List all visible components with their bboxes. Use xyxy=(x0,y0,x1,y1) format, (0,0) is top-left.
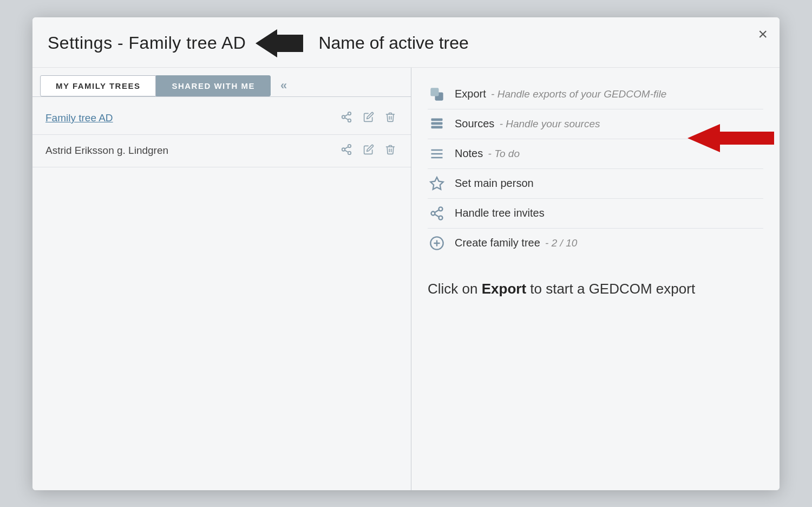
menu-desc: - To do xyxy=(485,148,520,159)
menu-list: Export - Handle exports of your GEDCOM-f… xyxy=(428,80,763,258)
svg-marker-0 xyxy=(256,29,303,57)
svg-rect-13 xyxy=(430,88,438,96)
svg-line-24 xyxy=(435,214,439,217)
svg-line-10 xyxy=(345,146,348,148)
menu-item-copy[interactable]: Export - Handle exports of your GEDCOM-f… xyxy=(428,80,763,109)
tree-item-actions xyxy=(338,110,398,127)
left-panel: MY FAMILY TREES SHARED WITH ME « Family … xyxy=(32,68,411,490)
notes-icon xyxy=(428,146,446,161)
right-panel: Export - Handle exports of your GEDCOM-f… xyxy=(411,68,780,490)
dialog-body: MY FAMILY TREES SHARED WITH ME « Family … xyxy=(32,68,780,490)
menu-label: Sources xyxy=(455,118,494,129)
svg-line-5 xyxy=(345,114,348,116)
menu-item-plus-circle[interactable]: Create family tree - 2 / 10 xyxy=(428,229,763,258)
menu-label: Create family tree xyxy=(455,237,540,249)
info-text-bold: Export xyxy=(482,281,526,297)
tree-list: Family tree ADAstrid Eriksson g. Lindgre… xyxy=(32,97,411,490)
info-text-pre: Click on xyxy=(428,281,482,297)
share-tree-button[interactable] xyxy=(338,142,355,159)
active-tree-label: Name of active tree xyxy=(318,33,468,53)
menu-item-label: Set main person xyxy=(455,177,534,190)
svg-line-4 xyxy=(345,118,348,120)
share-tree-button[interactable] xyxy=(338,110,355,127)
plus-circle-icon xyxy=(428,236,446,251)
delete-tree-button[interactable] xyxy=(383,110,398,126)
menu-item-star[interactable]: Set main person xyxy=(428,169,763,199)
svg-rect-16 xyxy=(431,126,443,128)
menu-label: Set main person xyxy=(455,177,534,189)
settings-dialog: Settings - Family tree AD Name of active… xyxy=(32,17,780,490)
svg-marker-20 xyxy=(430,177,443,189)
tree-item-actions xyxy=(338,142,398,159)
menu-item-label: Notes - To do xyxy=(455,147,520,160)
sources-icon xyxy=(428,116,446,132)
collapse-button[interactable]: « xyxy=(276,75,291,96)
svg-rect-15 xyxy=(431,122,443,125)
menu-item-label: Create family tree - 2 / 10 xyxy=(455,237,577,249)
menu-desc: - Handle your sources xyxy=(496,118,600,129)
info-text: Click on Export to start a GEDCOM export xyxy=(428,278,763,300)
edit-tree-button[interactable] xyxy=(361,143,376,159)
svg-rect-14 xyxy=(431,118,443,121)
menu-desc: - Handle exports of your GEDCOM-file xyxy=(488,88,666,100)
share-icon xyxy=(428,206,446,221)
tree-item: Family tree AD xyxy=(32,102,411,135)
menu-item-notes[interactable]: Notes - To do xyxy=(428,139,763,169)
close-button[interactable]: × xyxy=(758,26,768,42)
delete-tree-button[interactable] xyxy=(383,143,398,159)
tab-my-family-trees[interactable]: MY FAMILY TREES xyxy=(40,75,156,96)
edit-tree-button[interactable] xyxy=(361,110,376,126)
menu-item-label: Handle tree invites xyxy=(455,207,545,219)
menu-item-share[interactable]: Handle tree invites xyxy=(428,199,763,229)
dialog-header: Settings - Family tree AD Name of active… xyxy=(32,17,780,68)
tree-item-name: Astrid Eriksson g. Lindgren xyxy=(45,145,333,157)
menu-label: Notes xyxy=(455,147,483,159)
tab-shared-with-me[interactable]: SHARED WITH ME xyxy=(156,75,271,96)
menu-item-label: Export - Handle exports of your GEDCOM-f… xyxy=(455,88,666,100)
star-icon xyxy=(428,176,446,191)
dialog-title: Settings - Family tree AD xyxy=(48,29,303,57)
tree-item: Astrid Eriksson g. Lindgren xyxy=(32,135,411,167)
menu-item-label: Sources - Handle your sources xyxy=(455,118,600,130)
black-arrow-annotation xyxy=(256,29,303,57)
menu-label: Handle tree invites xyxy=(455,207,545,219)
info-text-post: to start a GEDCOM export xyxy=(526,281,695,297)
svg-line-9 xyxy=(345,150,348,152)
menu-item-sources[interactable]: Sources - Handle your sources xyxy=(428,109,763,139)
menu-desc: - 2 / 10 xyxy=(542,237,577,249)
title-text: Settings - Family tree AD xyxy=(48,33,246,53)
tab-bar: MY FAMILY TREES SHARED WITH ME « xyxy=(32,68,411,97)
tree-item-name[interactable]: Family tree AD xyxy=(45,112,333,124)
copy-icon xyxy=(428,87,446,102)
svg-line-25 xyxy=(435,210,439,212)
menu-label: Export xyxy=(455,88,486,100)
